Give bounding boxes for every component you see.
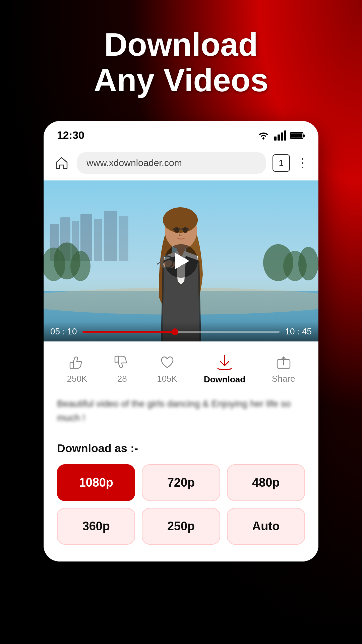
status-bar: 12:30 — [44, 121, 318, 147]
share-icon — [275, 354, 292, 370]
like-count: 250K — [67, 374, 87, 384]
progress-thumb — [172, 328, 178, 335]
video-player[interactable]: 05 : 10 10 : 45 — [44, 180, 318, 341]
wifi-icon — [257, 130, 270, 141]
signal-icon — [274, 130, 286, 141]
svg-rect-6 — [291, 133, 302, 138]
status-icons — [257, 130, 305, 141]
quality-250p[interactable]: 250p — [142, 508, 220, 545]
svg-rect-7 — [303, 135, 305, 137]
share-label: Share — [272, 374, 295, 384]
download-icon — [216, 354, 234, 371]
time-total: 10 : 45 — [285, 326, 312, 337]
quality-1080p[interactable]: 1080p — [57, 464, 135, 501]
svg-rect-4 — [284, 130, 286, 141]
video-description: Beautiful video of the girls dancing & E… — [44, 397, 318, 435]
download-label: Download — [204, 374, 245, 385]
svg-rect-3 — [281, 132, 283, 141]
heart-action[interactable]: 105K — [157, 354, 177, 384]
share-action[interactable]: Share — [272, 354, 295, 384]
video-progress-bar: 05 : 10 10 : 45 — [44, 322, 318, 341]
download-section: Download as :- 1080p 720p 480p 360p 250p… — [44, 435, 318, 561]
download-action[interactable]: Download — [204, 354, 245, 385]
like-icon — [69, 354, 85, 370]
svg-point-0 — [262, 138, 264, 140]
heart-icon — [159, 354, 176, 370]
svg-rect-2 — [278, 135, 280, 141]
time-current: 05 : 10 — [50, 326, 77, 337]
quality-grid: 1080p 720p 480p 360p 250p Auto — [57, 464, 305, 545]
hero-title: Download Any Videos — [94, 27, 268, 98]
battery-icon — [290, 131, 305, 140]
quality-720p[interactable]: 720p — [142, 464, 220, 501]
svg-rect-16 — [119, 216, 128, 261]
svg-point-24 — [298, 247, 318, 280]
progress-fill — [82, 331, 175, 333]
like-action[interactable]: 250K — [67, 354, 87, 384]
download-as-label: Download as :- — [57, 442, 305, 455]
play-button[interactable] — [164, 244, 198, 278]
quality-auto[interactable]: Auto — [227, 508, 305, 545]
action-row: 250K 28 105K — [44, 341, 318, 397]
home-button[interactable] — [53, 154, 70, 172]
tab-button[interactable]: 1 — [273, 154, 290, 172]
description-text: Beautiful video of the girls dancing & E… — [57, 397, 305, 425]
play-triangle-icon — [175, 253, 189, 269]
svg-rect-1 — [274, 137, 277, 141]
page-content: Download Any Videos 12:30 — [0, 0, 362, 582]
dislike-count: 28 — [117, 374, 127, 384]
more-button[interactable]: ⋮ — [297, 156, 309, 170]
svg-point-19 — [70, 251, 90, 281]
svg-rect-15 — [104, 211, 117, 261]
dislike-icon — [114, 354, 130, 370]
url-bar[interactable]: www.xdownloader.com — [77, 152, 266, 174]
quality-360p[interactable]: 360p — [57, 508, 135, 545]
browser-bar: www.xdownloader.com 1 ⋮ — [44, 147, 318, 180]
heart-count: 105K — [157, 374, 177, 384]
svg-rect-14 — [94, 219, 102, 261]
status-time: 12:30 — [57, 129, 84, 142]
phone-mockup: 12:30 — [44, 121, 318, 561]
progress-track[interactable] — [82, 331, 280, 333]
quality-480p[interactable]: 480p — [227, 464, 305, 501]
dislike-action[interactable]: 28 — [114, 354, 130, 384]
